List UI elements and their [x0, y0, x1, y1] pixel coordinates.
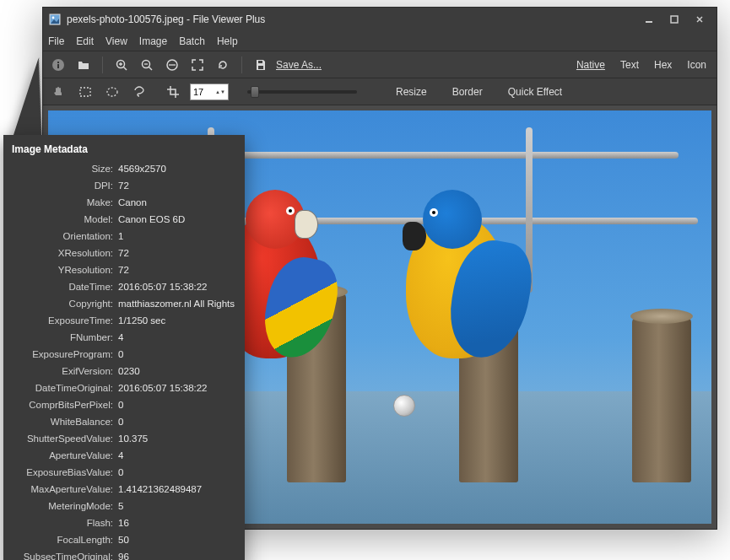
toolbar-secondary: 17 ▲▼ Resize Border Quick Effect — [43, 78, 716, 105]
metadata-value: 72 — [118, 261, 236, 278]
metadata-key: MaxApertureValue: — [12, 481, 118, 498]
metadata-key: ExposureProgram: — [12, 346, 118, 363]
metadata-row: DateTimeOriginal:2016:05:07 15:38:22 — [12, 380, 236, 396]
view-tab-native[interactable]: Native — [571, 57, 610, 73]
fullscreen-icon[interactable] — [187, 55, 208, 75]
metadata-row: Flash:16 — [12, 514, 236, 531]
svg-rect-3 — [671, 16, 678, 23]
metadata-key: Flash: — [12, 514, 118, 531]
metadata-row: FocalLength:50 — [12, 531, 236, 548]
metadata-row: Orientation:1 — [12, 228, 236, 245]
metadata-value: matthiaszomer.nl All Rights Res — [118, 295, 236, 312]
zoom-in-icon[interactable] — [111, 55, 132, 75]
metadata-value: 1/1250 sec — [118, 312, 236, 329]
metadata-value: 1.41421362489487 — [118, 481, 236, 498]
metadata-key: ExposureBiasValue: — [12, 464, 118, 481]
metadata-value: 72 — [118, 245, 236, 261]
metadata-value: 4 — [118, 329, 236, 346]
app-icon — [48, 13, 62, 26]
metadata-key: FocalLength: — [12, 531, 118, 548]
border-button[interactable]: Border — [452, 86, 483, 98]
crop-size-input[interactable]: 17 ▲▼ — [190, 83, 229, 100]
metadata-title: Image Metadata — [12, 143, 236, 155]
metadata-row: DPI:72 — [12, 177, 236, 194]
metadata-row: ExifVersion:0230 — [12, 363, 236, 380]
metadata-row: ExposureProgram:0 — [12, 346, 236, 363]
metadata-key: XResolution: — [12, 245, 118, 261]
view-tab-icon[interactable]: Icon — [682, 57, 711, 73]
metadata-row: ExposureTime:1/1250 sec — [12, 312, 236, 329]
open-folder-icon[interactable] — [73, 55, 94, 75]
titlebar[interactable]: pexels-photo-100576.jpeg - File Viewer P… — [43, 8, 716, 31]
save-as-button[interactable]: Save As... — [276, 59, 322, 71]
view-tab-hex[interactable]: Hex — [649, 57, 677, 73]
metadata-key: SubsecTimeOriginal: — [12, 548, 118, 560]
metadata-value: 5 — [118, 498, 236, 514]
metadata-value: 4569x2570 — [118, 160, 236, 177]
svg-rect-10 — [258, 61, 262, 63]
metadata-key: Model: — [12, 211, 118, 228]
metadata-key: ExposureTime: — [12, 312, 118, 329]
metadata-value: 96 — [118, 548, 236, 560]
crop-size-value: 17 — [193, 87, 203, 97]
metadata-row: YResolution:72 — [12, 261, 236, 278]
metadata-row: XResolution:72 — [12, 245, 236, 261]
menu-view[interactable]: View — [105, 35, 127, 47]
metadata-key: Orientation: — [12, 228, 118, 245]
spinner-icon[interactable]: ▲▼ — [215, 89, 225, 94]
metadata-value: 0230 — [118, 363, 236, 380]
metadata-value: 0 — [118, 413, 236, 430]
zoom-fit-icon[interactable] — [162, 55, 182, 75]
metadata-row: Copyright:matthiaszomer.nl All Rights Re… — [12, 295, 236, 312]
metadata-value: 0 — [118, 464, 236, 481]
metadata-value: 50 — [118, 531, 236, 548]
metadata-key: YResolution: — [12, 261, 118, 278]
metadata-value: 72 — [118, 177, 236, 194]
metadata-value: 2016:05:07 15:38:22 — [118, 278, 236, 295]
metadata-row: ShutterSpeedValue:10.375 — [12, 430, 236, 447]
slider-thumb[interactable] — [251, 86, 259, 98]
window-title: pexels-photo-100576.jpeg - File Viewer P… — [67, 13, 635, 25]
metadata-key: ComprBitsPerPixel: — [12, 396, 118, 413]
save-icon[interactable] — [251, 55, 271, 75]
metadata-key: DPI: — [12, 177, 118, 194]
metadata-key: Size: — [12, 160, 118, 177]
metadata-row: ComprBitsPerPixel:0 — [12, 396, 236, 413]
svg-rect-12 — [80, 88, 90, 96]
rotate-icon[interactable] — [213, 55, 233, 75]
metadata-panel: Image Metadata Size:4569x2570DPI:72Make:… — [3, 135, 245, 560]
metadata-key: DateTime: — [12, 278, 118, 295]
metadata-row: WhiteBalance:0 — [12, 413, 236, 430]
close-button[interactable] — [688, 11, 711, 28]
marquee-rect-icon[interactable] — [75, 82, 95, 102]
metadata-key: FNumber: — [12, 329, 118, 346]
metadata-row: Model:Canon EOS 6D — [12, 211, 236, 228]
menu-batch[interactable]: Batch — [179, 35, 205, 47]
zoom-out-icon[interactable] — [137, 55, 157, 75]
menu-help[interactable]: Help — [217, 35, 238, 47]
menu-edit[interactable]: Edit — [76, 35, 94, 47]
metadata-value: 1 — [118, 228, 236, 245]
metadata-key: WhiteBalance: — [12, 413, 118, 430]
menu-image[interactable]: Image — [139, 35, 167, 47]
menu-file[interactable]: File — [48, 35, 64, 47]
metadata-key: ExifVersion: — [12, 363, 118, 380]
metadata-value: 16 — [118, 514, 236, 531]
minimize-button[interactable] — [637, 11, 661, 28]
marquee-ellipse-icon[interactable] — [102, 82, 122, 102]
svg-rect-11 — [258, 66, 263, 69]
crop-icon[interactable] — [163, 82, 183, 102]
metadata-key: ShutterSpeedValue: — [12, 430, 118, 447]
zoom-slider[interactable] — [247, 90, 357, 94]
view-tab-text[interactable]: Text — [615, 57, 644, 73]
metadata-value: 0 — [118, 346, 236, 363]
lasso-icon[interactable] — [129, 82, 149, 102]
image-subject — [406, 215, 507, 358]
menubar: File Edit View Image Batch Help — [43, 31, 716, 51]
quick-effect-button[interactable]: Quick Effect — [508, 86, 562, 98]
metadata-row: MaxApertureValue:1.41421362489487 — [12, 481, 236, 498]
resize-button[interactable]: Resize — [396, 86, 427, 98]
maximize-button[interactable] — [662, 11, 686, 28]
toolbar-primary: Save As... Native Text Hex Icon — [43, 51, 716, 78]
metadata-row: Size:4569x2570 — [12, 160, 236, 177]
